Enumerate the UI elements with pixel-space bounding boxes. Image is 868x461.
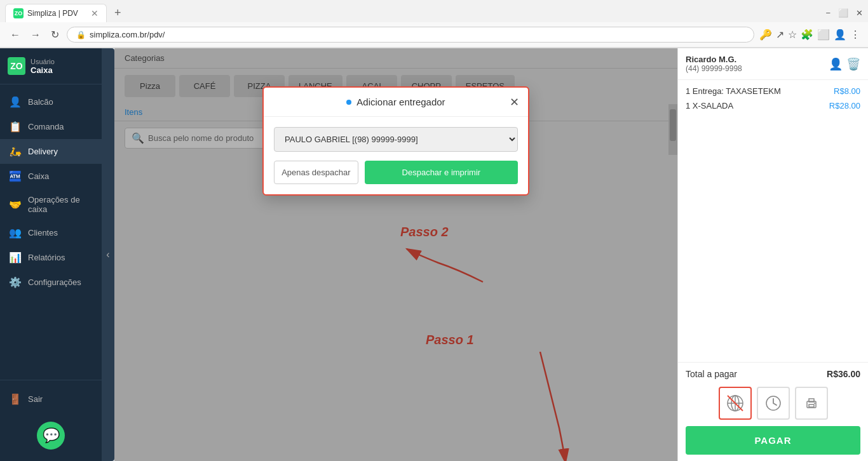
sidebar-item-label: Comanda	[28, 122, 64, 131]
star-icon[interactable]: ☆	[788, 29, 797, 41]
share-icon[interactable]: ↗	[776, 29, 784, 41]
tab-favicon: ZO	[13, 8, 24, 18]
sidebar-item-clientes[interactable]: 👥 Clientes	[0, 220, 102, 245]
sidebar-item-operacoes[interactable]: 🤝 Operações de caixa	[0, 189, 102, 220]
right-panel: Ricardo M.G. (44) 99999-9998 👤 🗑️ 1 Entr…	[677, 48, 868, 461]
caixa-icon: 🏧	[9, 170, 22, 182]
sidebar-item-label: Balcão	[28, 97, 53, 107]
dispatch-icon	[726, 394, 744, 412]
svg-rect-10	[809, 404, 814, 407]
action-buttons	[686, 387, 860, 420]
sidebar-item-sair[interactable]: 🚪 Sair	[0, 387, 102, 411]
brand-role: Caixa	[31, 65, 55, 75]
pagar-button[interactable]: PAGAR	[686, 426, 860, 455]
modal-overlay: Adicionar entregador ✕ PAULO GABRIEL [(9…	[114, 48, 677, 461]
sidebar-item-delivery[interactable]: 🛵 Delivery	[0, 139, 102, 164]
extension-icon[interactable]: 🧩	[801, 29, 813, 41]
sidebar-item-label: Caixa	[28, 171, 49, 181]
total-value: R$36.00	[827, 369, 860, 379]
app-container: ZO Usuário Caixa 👤 Balcão 📋 Comanda 🛵 De…	[0, 48, 868, 461]
modal-close-button[interactable]: ✕	[510, 95, 519, 109]
order-item-1: 1 X-SALADA R$28.00	[686, 101, 860, 110]
profile-icon[interactable]: 👤	[834, 29, 846, 41]
svg-rect-9	[809, 399, 814, 402]
browser-actions: 🔑 ↗ ☆ 🧩 ⬜ 👤 ⋮	[759, 29, 860, 41]
sidebar-item-label: Delivery	[28, 147, 58, 156]
sidebar-item-balcao[interactable]: 👤 Balcão	[0, 90, 102, 114]
window-minimize[interactable]: −	[825, 8, 831, 18]
window-close[interactable]: ✕	[856, 8, 863, 18]
sidebar: ZO Usuário Caixa 👤 Balcão 📋 Comanda 🛵 De…	[0, 48, 102, 461]
despachar-imprimir-button[interactable]: Despachar e imprimir	[365, 161, 518, 184]
refresh-button[interactable]: ↻	[48, 26, 62, 43]
sidebar-item-label: Clientes	[28, 228, 58, 237]
browser-chrome: ZO Simpliza | PDV ✕ + − ⬜ ✕ ← → ↻ 🔒 simp…	[0, 0, 868, 48]
modal-body: PAULO GABRIEL [(98) 99999-9999] Apenas d…	[264, 117, 528, 194]
comanda-icon: 📋	[9, 121, 22, 133]
modal-dialog: Adicionar entregador ✕ PAULO GABRIEL [(9…	[262, 86, 529, 196]
order-item-name-1: 1 X-SALADA	[686, 101, 733, 110]
whatsapp-icon: 💬	[43, 427, 60, 444]
clientes-icon: 👥	[9, 227, 22, 239]
svg-point-11	[814, 403, 815, 404]
print-icon	[803, 395, 820, 411]
address-text: simpliza.com.br/pdv/	[90, 30, 165, 39]
sidebar-item-label: Relatórios	[28, 253, 65, 262]
order-item-price-1: R$28.00	[829, 101, 860, 110]
main-content: Categorias Pizza CAFÉ PIZZA LANCHE ACAI …	[114, 48, 677, 461]
total-row: Total a pagar R$36.00	[686, 369, 860, 379]
key-icon: 🔑	[759, 29, 772, 41]
delivery-dispatch-button[interactable]	[719, 387, 752, 420]
new-tab-button[interactable]: +	[109, 4, 126, 22]
sidebar-item-label: Configurações	[28, 277, 81, 287]
history-icon	[765, 395, 782, 411]
sidebar-item-comanda[interactable]: 📋 Comanda	[0, 114, 102, 139]
modal-header: Adicionar entregador ✕	[264, 88, 528, 117]
sidebar-menu: 👤 Balcão 📋 Comanda 🛵 Delivery 🏧 Caixa 🤝 …	[0, 84, 102, 380]
whatsapp-button[interactable]: 💬	[37, 422, 65, 450]
customer-phone: (44) 99999-9998	[686, 64, 825, 73]
sidebar-item-label: Operações de caixa	[28, 195, 93, 214]
sair-icon: 🚪	[9, 393, 22, 405]
order-item-price-0: R$8.00	[834, 86, 860, 96]
modal-actions: Apenas despachar Despachar e imprimir	[274, 161, 518, 184]
deliverer-select[interactable]: PAULO GABRIEL [(98) 99999-9999]	[274, 127, 518, 152]
sidebar-toggle[interactable]: ‹	[102, 48, 114, 461]
window-maximize[interactable]: ⬜	[838, 8, 848, 18]
operacoes-icon: 🤝	[9, 199, 22, 211]
edit-customer-button[interactable]: 👤	[829, 57, 843, 71]
sidebar-item-relatorios[interactable]: 📊 Relatórios	[0, 245, 102, 270]
print-button[interactable]	[795, 387, 828, 420]
brand-user: Usuário	[31, 58, 55, 65]
customer-actions: 👤 🗑️	[829, 57, 860, 71]
tab-title: Simpliza | PDV	[27, 9, 78, 18]
sidebar-item-label: Sair	[28, 394, 43, 404]
history-button[interactable]	[757, 387, 790, 420]
back-button[interactable]: ←	[8, 27, 23, 43]
balcao-icon: 👤	[9, 96, 22, 108]
address-bar[interactable]: 🔒 simpliza.com.br/pdv/	[67, 27, 754, 43]
order-item-name-0: 1 Entrega: TAXASETEKM	[686, 86, 781, 96]
customer-name: Ricardo M.G.	[686, 55, 825, 64]
sidebar-brand: ZO Usuário Caixa	[0, 48, 102, 84]
sidebar-item-configuracoes[interactable]: ⚙️ Configurações	[0, 270, 102, 295]
customer-header: Ricardo M.G. (44) 99999-9998 👤 🗑️	[678, 48, 868, 80]
tab-close-button[interactable]: ✕	[91, 8, 98, 18]
sidebar-item-caixa[interactable]: 🏧 Caixa	[0, 164, 102, 189]
modal-title-text: Adicionar entregador	[356, 97, 445, 107]
total-label: Total a pagar	[686, 369, 737, 379]
order-item-0: 1 Entrega: TAXASETEKM R$8.00	[686, 86, 860, 96]
relatorios-icon: 📊	[9, 251, 22, 264]
modal-title: Adicionar entregador	[346, 97, 445, 107]
browser-tab[interactable]: ZO Simpliza | PDV ✕	[5, 4, 107, 22]
sidebar-bottom: 🚪 Sair 💬	[0, 380, 102, 461]
delete-customer-button[interactable]: 🗑️	[846, 57, 860, 71]
forward-button[interactable]: →	[28, 27, 43, 43]
brand-logo: ZO	[8, 57, 25, 75]
delivery-icon: 🛵	[9, 145, 22, 157]
brand-info: Usuário Caixa	[31, 58, 55, 75]
sidebar-browser-icon[interactable]: ⬜	[817, 29, 830, 41]
apenas-despachar-button[interactable]: Apenas despachar	[274, 161, 358, 184]
configuracoes-icon: ⚙️	[9, 276, 22, 288]
menu-dots-icon[interactable]: ⋮	[850, 29, 860, 41]
